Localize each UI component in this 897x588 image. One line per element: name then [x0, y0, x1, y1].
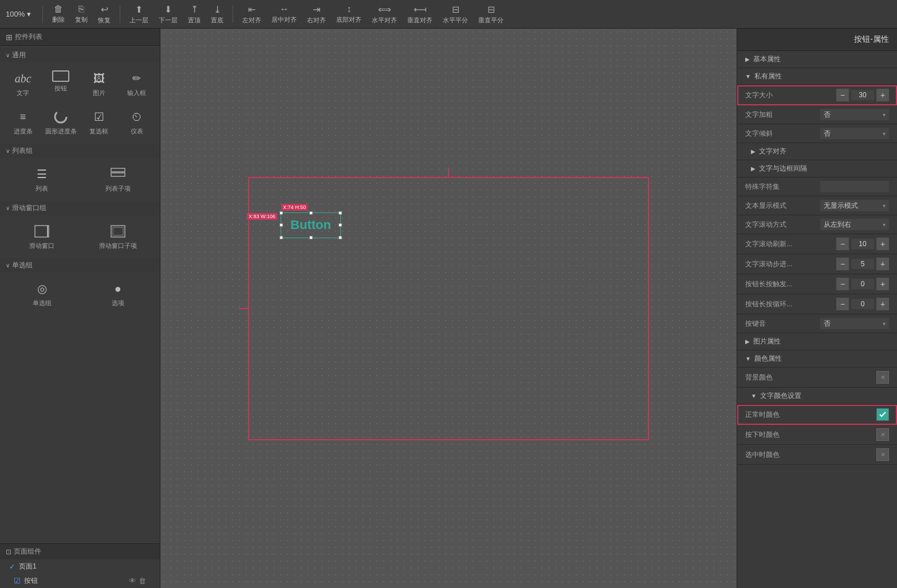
- handle-mid-right[interactable]: [339, 223, 342, 227]
- dist-v-icon: ⊟: [487, 4, 495, 15]
- align-right-btn[interactable]: ⇥ 右对齐: [304, 3, 329, 26]
- special-chars-input[interactable]: [820, 181, 889, 192]
- ctrl-progress[interactable]: ≡ 进度条: [5, 105, 41, 139]
- layer-down-btn[interactable]: ⬇ 下一层: [155, 3, 181, 26]
- ctrl-radio-group[interactable]: ◎ 单选组: [5, 277, 80, 311]
- prop-text-scroll-dir-control[interactable]: 从左到右 从右到左 从上到下 从下到上: [820, 219, 889, 230]
- delete-btn[interactable]: 🗑 删除: [49, 3, 68, 25]
- canvas-area[interactable]: X:74 H:50 X:83 W:106 Button: [160, 29, 737, 588]
- pressed-color-swatch[interactable]: ✕: [876, 428, 889, 441]
- canvas-frame[interactable]: X:74 H:50 X:83 W:106 Button: [248, 177, 649, 440]
- text-display-select[interactable]: 无显示模式 单行 多行: [820, 200, 889, 211]
- ctrl-checkbox-icon: ☑: [89, 109, 109, 125]
- toolbar: 100% ▾ 🗑 删除 ⎘ 复制 ↩ 恢复 ⬆ 上一层 ⬇ 下一层 ⤒ 置顶 ⤓…: [0, 0, 897, 29]
- section-list[interactable]: ∨ 列表组: [0, 144, 160, 158]
- handle-mid-left[interactable]: [280, 223, 283, 227]
- long-press-loop-plus-btn[interactable]: +: [876, 298, 889, 310]
- normal-color-swatch[interactable]: [876, 408, 889, 421]
- align-center-btn[interactable]: ↔ 居中对齐: [268, 3, 300, 25]
- align-left-btn[interactable]: ⇤ 左对齐: [239, 3, 265, 26]
- long-press-minus-btn[interactable]: −: [836, 278, 849, 290]
- prop-btn-long-press-loop-label: 按钮长按循环...: [745, 299, 832, 309]
- scroll-refresh-input[interactable]: [851, 239, 874, 249]
- ctrl-button-icon: [52, 70, 69, 82]
- dist-v-btn[interactable]: ⊟ 垂直平分: [475, 3, 507, 26]
- handle-bot-left[interactable]: [280, 236, 283, 239]
- prop-btn-long-press-loop-row: 按钮长按循环... − +: [737, 294, 897, 314]
- align-center-icon: ↔: [280, 4, 289, 14]
- page-1[interactable]: ✓ 页面1: [0, 559, 160, 574]
- prop-text-display-row: 文本显示模式 无显示模式 单行 多行: [737, 196, 897, 215]
- zoom-control[interactable]: 100% ▾: [6, 10, 31, 18]
- restore-btn[interactable]: ↩ 恢复: [95, 3, 114, 26]
- font-italic-select[interactable]: 否 是: [820, 128, 889, 139]
- ctrl-text[interactable]: abc 文字: [5, 67, 41, 101]
- scroll-refresh-plus-btn[interactable]: +: [876, 238, 889, 250]
- handle-bot-center[interactable]: [309, 236, 313, 239]
- button-widget[interactable]: X:74 H:50 X:83 W:106 Button: [281, 212, 341, 238]
- handle-top-center[interactable]: [309, 211, 313, 215]
- long-press-loop-minus-btn[interactable]: −: [836, 298, 849, 310]
- copy-btn[interactable]: ⎘ 复制: [72, 3, 91, 25]
- layer-delete-btn[interactable]: 🗑: [139, 577, 146, 585]
- svg-point-0: [55, 111, 66, 123]
- ctrl-image[interactable]: 🖼 图片: [81, 67, 117, 101]
- ctrl-option-label: 选项: [112, 299, 124, 307]
- ctrl-checkbox[interactable]: ☑ 复选框: [81, 105, 117, 139]
- scroll-step-input[interactable]: [851, 259, 874, 269]
- layer-button[interactable]: ☑ 按钮 👁 🗑: [0, 574, 160, 588]
- align-bottom-btn[interactable]: ↕ 底部对齐: [333, 3, 365, 25]
- section-private-props[interactable]: ▼ 私有属性: [737, 68, 897, 85]
- ctrl-list[interactable]: ☰ 列表: [5, 163, 80, 196]
- font-size-input[interactable]: [851, 90, 874, 100]
- align-v-btn[interactable]: ⟻ 垂直对齐: [404, 3, 436, 26]
- ctrl-option[interactable]: ● 选项: [81, 277, 156, 311]
- align-h-btn[interactable]: ⟺ 水平对齐: [368, 3, 400, 26]
- section-color-props[interactable]: ▼ 颜色属性: [737, 350, 897, 368]
- ctrl-circle-progress-label: 圆形进度条: [45, 127, 77, 136]
- section-text-align[interactable]: ▶ 文字对齐: [737, 143, 897, 160]
- font-size-plus-btn[interactable]: +: [876, 89, 889, 101]
- section-image-props[interactable]: ▶ 图片属性: [737, 333, 897, 350]
- section-text-padding[interactable]: ▶ 文字与边框间隔: [737, 160, 897, 177]
- handle-top-right[interactable]: [339, 211, 342, 215]
- handle-top-left[interactable]: [280, 211, 283, 215]
- long-press-loop-input[interactable]: [851, 299, 874, 309]
- dist-h-btn[interactable]: ⊟ 水平平分: [439, 3, 471, 26]
- long-press-plus-btn[interactable]: +: [876, 278, 889, 290]
- font-bold-select[interactable]: 否 是: [820, 109, 889, 120]
- prop-font-italic-control[interactable]: 否 是: [820, 128, 889, 139]
- layer-up-btn[interactable]: ⬆ 上一层: [126, 3, 152, 26]
- section-scroll[interactable]: ∨ 滑动窗口组: [0, 201, 160, 215]
- ctrl-meter[interactable]: ⏲ 仪表: [119, 105, 155, 139]
- prop-key-sound-control[interactable]: 否 是: [820, 318, 889, 329]
- layer-visibility-btn[interactable]: 👁: [129, 577, 136, 585]
- section-general[interactable]: ∨ 通用: [0, 48, 160, 62]
- bg-color-swatch[interactable]: ✕: [876, 371, 889, 384]
- ctrl-circle-progress[interactable]: 圆形进度条: [42, 105, 79, 139]
- bottom-btn[interactable]: ⤓ 置底: [207, 3, 227, 26]
- ctrl-scroll[interactable]: 滑动窗口: [5, 220, 80, 254]
- section-text-color[interactable]: ▼ 文字颜色设置: [737, 388, 897, 405]
- prop-font-bold-control[interactable]: 否 是: [820, 109, 889, 120]
- selected-color-swatch[interactable]: ✕: [876, 448, 889, 461]
- ctrl-scroll-child[interactable]: 滑动窗口子项: [81, 220, 156, 254]
- section-radio[interactable]: ∨ 单选组: [0, 258, 160, 273]
- section-basic-props[interactable]: ▶ 基本属性: [737, 51, 897, 68]
- font-size-minus-btn[interactable]: −: [836, 89, 849, 101]
- ctrl-image-icon: 🖼: [89, 70, 109, 86]
- prop-font-italic-label: 文字倾斜: [745, 129, 816, 139]
- long-press-input[interactable]: [851, 279, 874, 289]
- text-scroll-dir-select[interactable]: 从左到右 从右到左 从上到下 从下到上: [820, 219, 889, 230]
- key-sound-select[interactable]: 否 是: [820, 318, 889, 329]
- scroll-step-minus-btn[interactable]: −: [836, 258, 849, 270]
- prop-text-display-control[interactable]: 无显示模式 单行 多行: [820, 200, 889, 211]
- ctrl-list-item[interactable]: 列表子项: [81, 163, 156, 196]
- ctrl-input[interactable]: ✏ 输入框: [119, 67, 155, 101]
- ctrl-button[interactable]: 按钮: [42, 67, 79, 101]
- top-btn[interactable]: ⤒ 置顶: [184, 3, 204, 26]
- prop-text-scroll-dir-label: 文字滚动方式: [745, 220, 816, 230]
- scroll-refresh-minus-btn[interactable]: −: [836, 238, 849, 250]
- scroll-step-plus-btn[interactable]: +: [876, 258, 889, 270]
- handle-bot-right[interactable]: [339, 236, 342, 239]
